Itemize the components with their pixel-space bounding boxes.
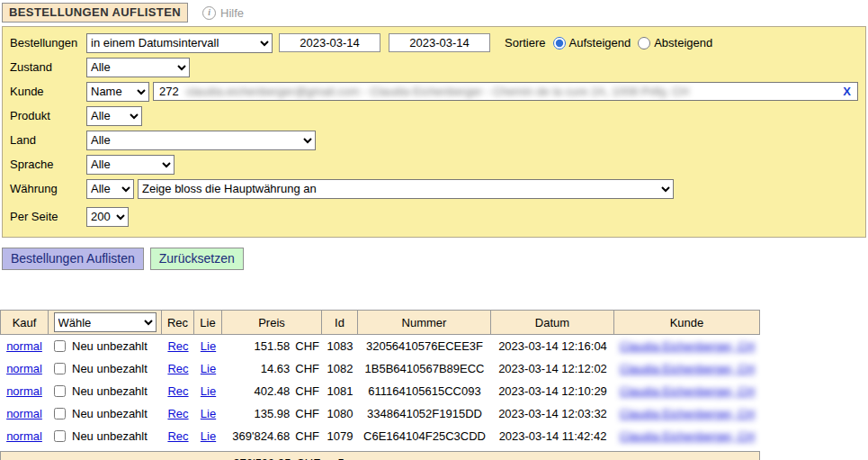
sort-group: Sortiere Aufsteigend Absteigend [505,36,712,50]
delivery-link[interactable]: Lie [201,384,216,398]
orders-table: Kauf Wähle Rec Lie Preis Id Nummer Datum… [0,310,760,460]
customer-link-blurred[interactable]: Claudia Eichenberger, CH [620,339,755,353]
waehrung-select[interactable]: Alle [86,179,134,199]
order-status-label: Neu unbezahlt [72,384,148,398]
kunde-matched-customer-blurred: claudia.eichenberger@gmail.com - Claudia… [186,85,836,98]
receipt-link[interactable]: Rec [167,429,188,443]
help-label: Hilfe [220,6,244,20]
order-price: 135.98 [255,407,291,420]
delivery-link[interactable]: Lie [201,362,216,375]
sort-descending-label: Absteigend [654,36,712,50]
order-status-label: Neu unbezahlt [72,339,148,353]
customer-link-blurred[interactable]: Claudia Eichenberger, CH [620,407,755,420]
bulk-action-select[interactable]: Wähle [54,312,157,332]
order-date: 2023-03-14 11:42:42 [491,425,614,447]
reset-button[interactable]: Zurücksetzen [150,248,244,270]
order-id: 1083 [322,335,358,357]
info-icon: i [202,6,216,20]
row-select-checkbox[interactable] [54,340,66,352]
footer-total-currency: CHF [295,456,319,460]
filter-row-kunde: Kunde Name 272 claudia.eichenberger@gmai… [8,79,858,104]
date-range-type-select[interactable]: in einem Datumsintervall [86,33,273,53]
table-footer-row: 370'529.35 CHF 5 [0,451,760,460]
order-type-link[interactable]: normal [6,362,42,375]
order-price: 402.48 [255,384,291,398]
row-select-checkbox[interactable] [54,408,66,419]
delivery-link[interactable]: Lie [201,339,216,353]
sprache-select[interactable]: Alle [86,155,174,175]
filter-row-per-seite: Per Seite 200 [8,204,858,229]
delivery-link[interactable]: Lie [201,429,216,443]
delivery-link[interactable]: Lie [201,407,216,420]
zustand-select[interactable]: Alle [86,58,190,77]
customer-link-blurred[interactable]: Claudia Eichenberger, CH [620,384,755,398]
row-select-checkbox[interactable] [54,363,66,374]
order-type-link[interactable]: normal [6,384,42,398]
kunde-search-input[interactable]: 272 claudia.eichenberger@gmail.com - Cla… [153,82,858,101]
customer-link-blurred[interactable]: Claudia Eichenberger, CH [620,429,755,443]
order-currency: CHF [295,339,319,353]
order-id: 1080 [322,402,358,425]
order-type-link[interactable]: normal [6,339,42,353]
sort-radio-0[interactable] [553,37,566,50]
table-header-row: Kauf Wähle Rec Lie Preis Id Nummer Datum… [0,310,760,335]
table-row: normal Neu unbezahlt Rec Lie 135.98 CHF … [0,402,760,425]
filter-row-zustand: Zustand Alle [8,55,858,79]
waehrung-mode-select[interactable]: Zeige bloss die Hauptwährung an [138,179,674,199]
table-body: normal Neu unbezahlt Rec Lie 151.58 CHF … [0,335,760,447]
order-status-label: Neu unbezahlt [72,362,148,375]
table-row: normal Neu unbezahlt Rec Lie 369'824.68 … [0,425,760,447]
date-from-input[interactable] [279,33,380,52]
customer-link-blurred[interactable]: Claudia Eichenberger, CH [620,362,755,375]
sort-option-ascending[interactable]: Aufsteigend [553,36,631,50]
header-lie: Lie [194,310,222,335]
action-buttons: Bestellungen Auflisten Zurücksetzen [2,248,868,270]
sort-radio-1[interactable] [638,37,650,50]
date-to-input[interactable] [389,33,490,52]
sortiere-label: Sortiere [505,36,546,50]
order-type-link[interactable]: normal [6,407,42,420]
zustand-label: Zustand [8,60,86,74]
order-number: 1B5B6410567B89ECC [358,357,491,380]
order-price: 151.58 [255,339,291,353]
order-date: 2023-03-14 12:10:29 [491,380,614,402]
receipt-link[interactable]: Rec [167,362,188,375]
topbar: BESTELLUNGEN AUFLISTEN i Hilfe [0,0,868,23]
produkt-select[interactable]: Alle [86,106,142,126]
order-number: 611164105615CC093 [358,380,491,402]
filter-row-produkt: Produkt Alle [8,104,858,128]
produkt-label: Produkt [8,109,86,122]
sort-option-descending[interactable]: Absteigend [638,36,712,50]
clear-icon[interactable]: X [842,85,852,98]
order-id: 1081 [322,380,358,402]
row-select-checkbox[interactable] [54,385,66,397]
sort-ascending-label: Aufsteigend [569,36,631,50]
help-link[interactable]: i Hilfe [202,6,244,20]
row-select-checkbox[interactable] [54,430,66,442]
receipt-link[interactable]: Rec [167,339,188,353]
footer-row-count: 5 [322,452,358,460]
order-number: 32056410576ECEE3F [358,335,491,357]
header-kunde: Kunde [614,310,760,335]
order-currency: CHF [295,407,319,420]
filter-row-bestellungen: Bestellungen in einem Datumsintervall So… [8,31,858,55]
kunde-field-type-select[interactable]: Name [86,82,149,102]
order-id: 1082 [322,357,358,380]
per-seite-select[interactable]: 200 [86,207,129,227]
list-orders-button[interactable]: Bestellungen Auflisten [2,248,144,270]
order-number: C6E164104F25C3CDD [358,425,491,447]
sprache-label: Sprache [8,158,86,171]
receipt-link[interactable]: Rec [167,407,188,420]
filter-panel: Bestellungen in einem Datumsintervall So… [2,26,866,238]
footer-total-amount: 370'529.35 [233,456,291,460]
order-id: 1079 [322,425,358,447]
page-title: BESTELLUNGEN AUFLISTEN [2,3,188,23]
order-date: 2023-03-14 12:03:32 [491,402,614,425]
table-row: normal Neu unbezahlt Rec Lie 14.63 CHF 1… [0,357,760,380]
order-type-link[interactable]: normal [6,429,42,443]
header-bulk-action: Wähle [49,310,162,335]
receipt-link[interactable]: Rec [167,384,188,398]
table-row: normal Neu unbezahlt Rec Lie 151.58 CHF … [0,335,760,357]
land-select[interactable]: Alle [86,131,316,150]
order-status-label: Neu unbezahlt [72,429,148,443]
